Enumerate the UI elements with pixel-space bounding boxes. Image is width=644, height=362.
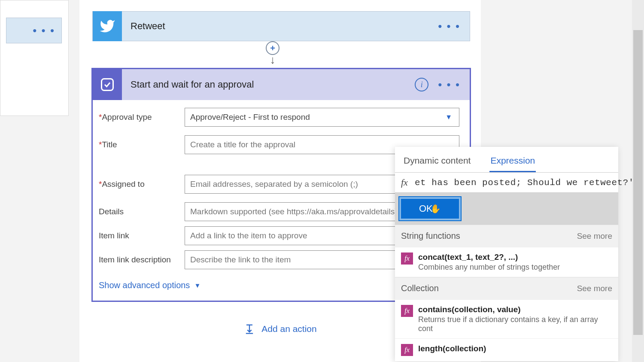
- fx-badge-icon: fx: [401, 305, 413, 317]
- expression-panel: Dynamic content Expression fx et has bee…: [395, 147, 618, 361]
- sidebar-partial-card[interactable]: • • •: [6, 18, 62, 43]
- fx-badge-icon: fx: [401, 344, 413, 356]
- twitter-icon: [93, 11, 122, 41]
- arrow-down-icon: ↓: [270, 53, 276, 67]
- ellipsis-icon[interactable]: • • •: [438, 78, 460, 91]
- item-link-desc-label: Item link description: [99, 255, 185, 265]
- chevron-down-icon: ▼: [445, 113, 452, 121]
- approval-icon: [93, 69, 122, 100]
- svg-rect-0: [102, 79, 113, 91]
- info-icon[interactable]: i: [415, 78, 428, 91]
- retweet-title: Retweet: [131, 21, 438, 32]
- title-label: *Title: [99, 140, 185, 149]
- assigned-to-label: *Assigned to: [99, 179, 185, 189]
- ok-button[interactable]: OK✋: [399, 197, 461, 220]
- expression-input-row: fx et has been posted; Should we retweet…: [395, 172, 618, 193]
- approval-title: Start and wait for an approval: [131, 79, 415, 90]
- fx-icon: fx: [401, 177, 408, 188]
- tab-expression[interactable]: Expression: [489, 152, 536, 172]
- connector: + ↓: [264, 41, 281, 70]
- see-more-link[interactable]: See more: [577, 284, 612, 293]
- func-length[interactable]: fx length(collection): [395, 338, 618, 361]
- item-link-label: Item link: [99, 231, 185, 240]
- retweet-action-card[interactable]: Retweet • • •: [92, 11, 470, 41]
- section-collection[interactable]: Collection See more: [395, 277, 618, 299]
- see-more-link[interactable]: See more: [577, 231, 612, 241]
- details-label: Details: [99, 207, 185, 216]
- func-concat[interactable]: fx concat(text_1, text_2?, ...) Combines…: [395, 247, 618, 277]
- fx-badge-icon: fx: [401, 252, 413, 265]
- chevron-down-icon: ▼: [194, 282, 200, 289]
- approval-header[interactable]: Start and wait for an approval i • • •: [93, 69, 470, 100]
- ellipsis-icon[interactable]: • • •: [438, 20, 460, 33]
- approval-type-label: *Approval type: [99, 113, 185, 122]
- func-contains[interactable]: fx contains(collection, value) Returns t…: [395, 299, 618, 338]
- section-string-functions[interactable]: String functions See more: [395, 225, 618, 247]
- approval-type-select[interactable]: Approve/Reject - First to respond ▼: [185, 108, 459, 127]
- add-action-icon: [243, 323, 255, 335]
- cursor-icon: ✋: [430, 204, 441, 214]
- expression-input[interactable]: et has been posted; Should we retweet?': [415, 178, 634, 188]
- sidebar-card-stub: • • •: [0, 0, 69, 116]
- tab-dynamic-content[interactable]: Dynamic content: [403, 152, 471, 172]
- ellipsis-icon[interactable]: • • •: [33, 24, 55, 37]
